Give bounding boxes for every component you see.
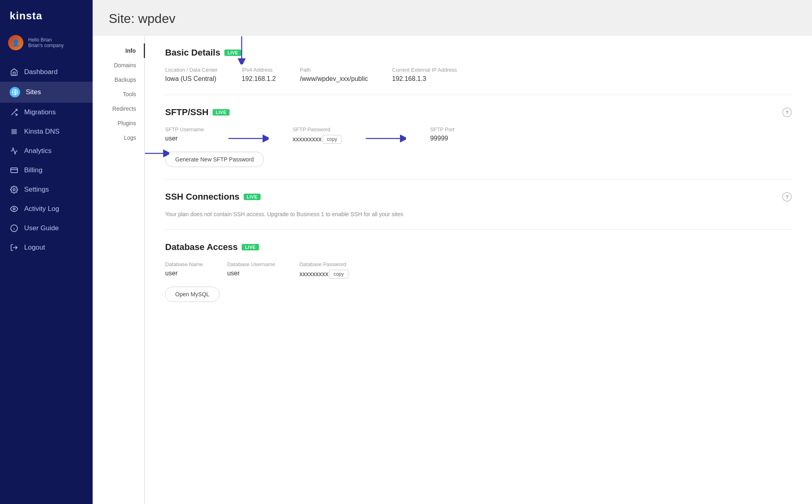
- db-name-label: Database Name: [165, 261, 203, 267]
- ssh-message: Your plan does not contain SSH access. U…: [165, 211, 792, 217]
- dashboard-label: Dashboard: [24, 68, 58, 76]
- sftp-badge: LIVE: [213, 109, 230, 116]
- db-password-field: Database Password xxxxxxxxx copy: [299, 261, 348, 279]
- logo-text: kinsta: [10, 10, 83, 22]
- generate-sftp-password-button[interactable]: Generate New SFTP Password: [165, 152, 264, 167]
- sub-nav-tools[interactable]: Tools: [93, 87, 144, 101]
- page-header: Site: wpdev: [93, 0, 812, 35]
- settings-icon: [10, 185, 19, 194]
- sidebar-item-logout[interactable]: Logout: [0, 238, 93, 257]
- ipv4-field: IPv4 Address 192.168.1.2: [242, 67, 276, 83]
- sub-nav: Info Domains Backups Tools Redirects Plu…: [93, 35, 145, 504]
- user-company: Brian's company: [28, 43, 64, 48]
- db-password-copy-button[interactable]: copy: [329, 270, 348, 279]
- billing-icon: [10, 166, 19, 175]
- user-greeting: Hello Brian: [28, 37, 64, 43]
- info-icon: [10, 224, 19, 233]
- database-fields: Database Name user Database Username use…: [165, 261, 792, 279]
- db-username-label: Database Username: [227, 261, 275, 267]
- open-mysql-button[interactable]: Open MySQL: [165, 287, 220, 302]
- path-label: Path: [300, 67, 368, 73]
- ssh-connections-section: SSH Connections LIVE ? Your plan does no…: [165, 192, 792, 230]
- sidebar-item-dashboard[interactable]: Dashboard: [0, 62, 93, 82]
- ipv4-value: 192.168.1.2: [242, 75, 276, 83]
- logout-label: Logout: [24, 244, 45, 252]
- location-field: Location / Data Center Iowa (US Central): [165, 67, 218, 83]
- svg-rect-4: [11, 168, 18, 173]
- analytics-label: Analytics: [24, 147, 52, 155]
- page-title: Site: wpdev: [109, 11, 796, 26]
- path-value: /www/wpdev_xxx/public: [300, 75, 368, 83]
- ssh-help-icon[interactable]: ?: [782, 192, 792, 202]
- sub-nav-info[interactable]: Info: [93, 43, 145, 58]
- svg-point-7: [13, 208, 15, 210]
- migrations-icon: [10, 108, 19, 117]
- sidebar-item-settings[interactable]: Settings: [0, 180, 93, 199]
- sub-nav-plugins[interactable]: Plugins: [93, 116, 144, 130]
- database-access-section: Database Access LIVE Database Name user …: [165, 242, 792, 314]
- sidebar-item-activity-log[interactable]: Activity Log: [0, 199, 93, 219]
- sftp-port-value: 99999: [430, 135, 454, 142]
- arrow-right-username: [145, 149, 169, 157]
- sftp-help-icon[interactable]: ?: [782, 107, 792, 117]
- ssh-title: SSH Connections LIVE ?: [165, 192, 792, 202]
- sub-nav-logs[interactable]: Logs: [93, 130, 144, 145]
- basic-details-fields: Location / Data Center Iowa (US Central)…: [165, 67, 792, 83]
- migrations-label: Migrations: [24, 108, 56, 116]
- basic-details-title: Basic Details LIVE: [165, 48, 792, 58]
- svg-point-6: [13, 189, 15, 191]
- sites-icon: [10, 87, 20, 97]
- sftp-password-copy-button[interactable]: copy: [323, 135, 342, 144]
- basic-details-section: Basic Details LIVE Location / Data Cente…: [165, 48, 792, 95]
- sidebar-item-dns[interactable]: Kinsta DNS: [0, 122, 93, 141]
- db-username-field: Database Username user: [227, 261, 275, 279]
- logout-icon: [10, 243, 19, 252]
- external-ip-value: 192.168.1.3: [392, 75, 457, 83]
- sub-nav-backups[interactable]: Backups: [93, 72, 144, 87]
- external-ip-field: Current External IP Address 192.168.1.3: [392, 67, 457, 83]
- sub-nav-domains[interactable]: Domains: [93, 58, 144, 72]
- db-password-with-copy: xxxxxxxxx copy: [299, 270, 348, 279]
- sftp-section: SFTP/SSH LIVE ? SFTP Username user: [165, 107, 792, 180]
- arrow-right-port: [366, 134, 406, 143]
- sftp-password-label: SFTP Password: [293, 126, 342, 132]
- main-content: Site: wpdev Info Domains Backups Tools R…: [93, 0, 812, 504]
- db-username-value: user: [227, 270, 275, 277]
- sidebar-item-sites[interactable]: Sites: [0, 82, 93, 103]
- main-nav: Dashboard Sites Migrations Kinsta DNS: [0, 58, 93, 504]
- settings-label: Settings: [24, 186, 49, 194]
- sidebar-item-migrations[interactable]: Migrations: [0, 103, 93, 122]
- arrow-down: [238, 36, 246, 64]
- db-password-label: Database Password: [299, 261, 348, 267]
- sidebar-item-billing[interactable]: Billing: [0, 161, 93, 180]
- user-profile[interactable]: 👤 Hello Brian Brian's company: [0, 30, 93, 58]
- sidebar-item-analytics[interactable]: Analytics: [0, 141, 93, 161]
- sidebar: kinsta 👤 Hello Brian Brian's company Das…: [0, 0, 93, 504]
- sftp-username-label: SFTP Username: [165, 126, 204, 132]
- sftp-port-field: SFTP Port 99999: [430, 126, 454, 142]
- detail-panel: Basic Details LIVE Location / Data Cente…: [145, 35, 812, 504]
- sidebar-item-user-guide[interactable]: User Guide: [0, 219, 93, 238]
- sub-nav-redirects[interactable]: Redirects: [93, 101, 144, 116]
- db-password-value: xxxxxxxxx: [299, 271, 328, 278]
- location-label: Location / Data Center: [165, 67, 218, 73]
- analytics-icon: [10, 147, 19, 155]
- location-value: Iowa (US Central): [165, 75, 218, 83]
- sftp-password-value: xxxxxxxxx: [293, 136, 322, 143]
- ssh-badge: LIVE: [244, 194, 261, 200]
- path-field: Path /www/wpdev_xxx/public: [300, 67, 368, 83]
- eye-icon: [10, 204, 19, 213]
- dns-icon: [10, 127, 19, 136]
- content-area: Info Domains Backups Tools Redirects Plu…: [93, 35, 812, 504]
- home-icon: [10, 68, 19, 76]
- billing-label: Billing: [24, 166, 42, 174]
- database-title: Database Access LIVE: [165, 242, 792, 252]
- db-name-field: Database Name user: [165, 261, 203, 279]
- dns-label: Kinsta DNS: [24, 128, 60, 136]
- external-ip-label: Current External IP Address: [392, 67, 457, 73]
- logo: kinsta: [0, 0, 93, 30]
- activity-log-label: Activity Log: [24, 205, 59, 213]
- sftp-username-value: user: [165, 135, 204, 142]
- db-name-value: user: [165, 270, 203, 277]
- sftp-title: SFTP/SSH LIVE ?: [165, 107, 792, 118]
